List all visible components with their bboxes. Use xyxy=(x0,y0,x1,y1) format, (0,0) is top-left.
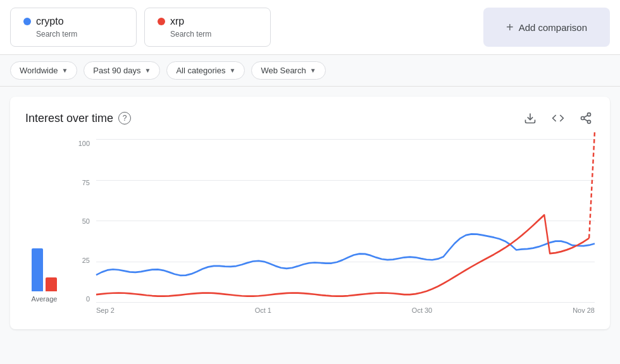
svg-line-5 xyxy=(584,115,588,117)
x-label: Oct 1 xyxy=(255,306,271,314)
y-label: 50 xyxy=(73,217,94,225)
y-label: 75 xyxy=(73,179,94,186)
term-dot-xrp xyxy=(158,18,165,25)
chart-svg xyxy=(96,140,595,303)
filter-btn-search_type[interactable]: Web Search▼ xyxy=(251,61,325,80)
chevron-icon-region: ▼ xyxy=(61,67,68,74)
chart-header: Interest over time ? xyxy=(25,109,595,127)
term-type-crypto: Search term xyxy=(36,30,123,39)
chevron-icon-time: ▼ xyxy=(145,67,151,74)
filter-btn-category[interactable]: All categories▼ xyxy=(166,61,245,80)
add-comparison-label: Add comparison xyxy=(519,22,587,33)
y-label: 25 xyxy=(73,257,94,264)
svg-point-3 xyxy=(588,120,591,123)
avg-bar-crypto xyxy=(32,248,43,291)
filter-label-search_type: Web Search xyxy=(261,66,306,75)
term-name-xrp: xrp xyxy=(170,16,184,27)
chart-container: Average 0255075100 Sep 2Oct 1Oct 30Nov 2… xyxy=(25,140,595,317)
avg-label: Average xyxy=(32,295,58,303)
avg-bars xyxy=(32,248,57,291)
svg-point-1 xyxy=(588,113,591,116)
graph-area: 0255075100 Sep 2Oct 1Oct 30Nov 28 xyxy=(73,140,595,317)
filter-btn-region[interactable]: Worldwide▼ xyxy=(10,61,77,80)
x-label: Oct 30 xyxy=(412,306,432,314)
chart-section: Interest over time ? xyxy=(10,97,610,329)
average-col: Average xyxy=(25,140,63,317)
svg-line-4 xyxy=(584,119,588,121)
filters-bar: Worldwide▼Past 90 days▼All categories▼We… xyxy=(0,55,620,87)
x-label: Sep 2 xyxy=(96,306,115,314)
download-button[interactable] xyxy=(521,109,539,127)
term-name-crypto: crypto xyxy=(36,16,64,27)
chart-actions xyxy=(521,109,595,127)
y-labels: 0255075100 xyxy=(73,140,94,303)
chevron-icon-search_type: ▼ xyxy=(310,67,316,74)
embed-button[interactable] xyxy=(549,109,567,127)
y-label: 100 xyxy=(73,140,94,147)
term-card-crypto[interactable]: crypto Search term xyxy=(10,8,137,47)
chart-inner xyxy=(96,140,595,303)
filter-label-time: Past 90 days xyxy=(93,66,140,75)
svg-point-2 xyxy=(581,117,585,120)
plus-icon: + xyxy=(506,20,514,35)
x-labels: Sep 2Oct 1Oct 30Nov 28 xyxy=(96,304,595,317)
xrp-line-dashed xyxy=(589,131,595,238)
top-bar: crypto Search term xrp Search term + Add… xyxy=(0,0,620,55)
filter-btn-time[interactable]: Past 90 days▼ xyxy=(84,61,160,80)
xrp-line-solid xyxy=(96,215,589,296)
chart-title-row: Interest over time ? xyxy=(25,112,131,125)
share-button[interactable] xyxy=(577,109,595,127)
help-icon[interactable]: ? xyxy=(118,112,131,124)
avg-bar-xrp xyxy=(46,277,57,291)
term-type-xrp: Search term xyxy=(170,30,257,39)
term-dot-crypto xyxy=(23,18,31,25)
term-card-xrp[interactable]: xrp Search term xyxy=(144,8,271,47)
chart-title: Interest over time xyxy=(25,112,113,125)
filter-label-category: All categories xyxy=(176,66,225,75)
filter-label-region: Worldwide xyxy=(20,66,58,75)
crypto-line xyxy=(96,234,595,275)
chevron-icon-category: ▼ xyxy=(229,67,235,74)
add-comparison-button[interactable]: + Add comparison xyxy=(483,8,610,47)
y-label: 0 xyxy=(73,295,94,303)
x-label: Nov 28 xyxy=(573,306,595,314)
